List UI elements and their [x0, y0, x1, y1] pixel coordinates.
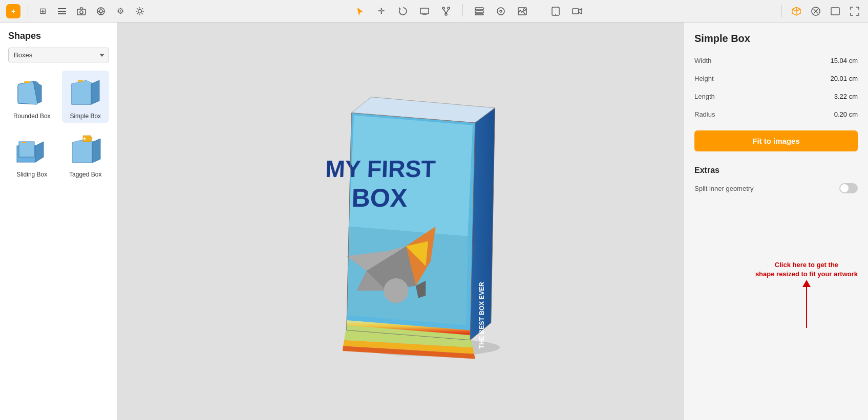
svg-point-23 [442, 7, 444, 9]
split-inner-toggle[interactable] [839, 183, 858, 193]
camera-icon[interactable] [74, 4, 89, 18]
svg-point-4 [80, 11, 83, 14]
grid-icon[interactable]: ⊞ [35, 4, 50, 18]
prop-row-height: Height 20.01 cm [694, 73, 858, 84]
menu-icon[interactable] [55, 4, 69, 18]
image-tool[interactable] [515, 4, 530, 18]
center-sep-1 [462, 4, 463, 16]
phone-tool[interactable] [548, 4, 563, 18]
svg-rect-36 [573, 9, 579, 14]
prop-label-length: Length [694, 93, 715, 100]
svg-rect-30 [475, 14, 483, 15]
shape-thumb-sliding-box [11, 132, 52, 168]
rotate-tool[interactable] [396, 4, 410, 18]
svg-line-18 [142, 8, 143, 9]
target-icon[interactable] [94, 4, 108, 18]
sidebar-right: Simple Box Width 15.04 cm Height 20.01 c… [684, 23, 868, 420]
svg-rect-42 [24, 81, 30, 83]
callout-text: Click here to get theshape resized to fi… [755, 260, 858, 279]
svg-rect-47 [22, 142, 26, 143]
svg-text:BOX: BOX [351, 184, 408, 212]
box3d-icon[interactable] [789, 4, 803, 18]
svg-line-16 [137, 8, 138, 9]
prop-value-width: 15.04 cm [831, 57, 858, 64]
toolbar: + ⊞ ⚙ ✛ [0, 0, 868, 23]
svg-point-49 [83, 138, 86, 140]
shape-thumb-tagged-box [65, 132, 106, 168]
shape-item-simple-box[interactable]: Simple Box [62, 71, 110, 123]
center-sep-2 [539, 4, 539, 16]
toolbar-center: ✛ [161, 4, 775, 18]
fit-to-images-button[interactable]: Fit to images [694, 130, 858, 151]
select-tool[interactable] [353, 4, 367, 18]
expand-icon[interactable] [848, 4, 862, 18]
right-sep [781, 5, 782, 17]
prop-value-radius: 0.20 cm [834, 110, 858, 118]
settings-icon[interactable]: ⚙ [113, 4, 128, 18]
shapes-grid: Rounded Box Simple Box [8, 71, 109, 181]
video-tool[interactable] [570, 4, 584, 18]
extras-title: Extras [694, 166, 858, 175]
svg-text:MY FIRST: MY FIRST [325, 156, 436, 182]
svg-rect-1 [58, 11, 66, 12]
shape-thumb-rounded-box [11, 74, 52, 109]
svg-rect-44 [78, 80, 83, 82]
canvas-area[interactable]: MY FIRST BOX [118, 23, 684, 420]
shape-label-sliding-box: Sliding Box [16, 171, 47, 178]
shape-item-rounded-box[interactable]: Rounded Box [8, 71, 56, 123]
svg-point-34 [523, 9, 525, 11]
prop-label-height: Height [694, 75, 714, 82]
prop-row-width: Width 15.04 cm [694, 55, 858, 67]
svg-point-32 [500, 10, 502, 12]
shape-label-rounded-box: Rounded Box [13, 113, 51, 120]
svg-point-25 [445, 13, 447, 15]
svg-rect-40 [831, 8, 839, 15]
prop-row-length: Length 3.22 cm [694, 91, 858, 102]
prop-value-length: 3.22 cm [834, 93, 858, 100]
sidebar-title: Shapes [8, 31, 109, 41]
shapes-dropdown[interactable]: Boxes Bags Envelopes Tubes [8, 48, 109, 62]
svg-rect-0 [58, 8, 66, 9]
svg-point-24 [448, 7, 450, 9]
window-icon[interactable] [828, 4, 842, 18]
close3d-icon[interactable] [809, 4, 823, 18]
circle-tool[interactable] [494, 4, 508, 18]
callout-arrow [755, 281, 858, 328]
svg-line-17 [142, 13, 143, 14]
svg-rect-28 [475, 8, 483, 10]
svg-line-19 [137, 13, 138, 14]
toolbar-right [779, 4, 862, 18]
svg-rect-29 [475, 11, 483, 13]
sun-icon[interactable] [133, 4, 147, 18]
box-3d-mockup: MY FIRST BOX [293, 78, 509, 365]
arrow-line [806, 287, 807, 328]
svg-rect-2 [58, 13, 66, 14]
toolbar-left: + ⊞ ⚙ [6, 4, 147, 18]
svg-line-27 [446, 9, 449, 13]
sidebar-left: Shapes Boxes Bags Envelopes Tubes [0, 23, 118, 420]
svg-point-6 [99, 10, 102, 13]
svg-line-26 [443, 9, 446, 13]
svg-rect-46 [19, 142, 34, 157]
move-tool[interactable]: ✛ [374, 4, 389, 18]
shape-item-tagged-box[interactable]: Tagged Box [62, 129, 110, 181]
prop-label-radius: Radius [694, 110, 715, 118]
panel-title: Simple Box [694, 33, 858, 45]
app-logo[interactable]: + [6, 4, 20, 18]
node-tool[interactable] [439, 4, 453, 18]
svg-rect-20 [420, 8, 429, 14]
svg-point-11 [138, 9, 142, 13]
prop-row-radius: Radius 0.20 cm [694, 108, 858, 120]
prop-label-width: Width [694, 57, 711, 64]
arrow-head [802, 280, 811, 287]
stack-tool[interactable] [472, 4, 486, 18]
screen-tool[interactable] [417, 4, 432, 18]
shape-item-sliding-box[interactable]: Sliding Box [8, 129, 56, 181]
svg-point-31 [497, 8, 504, 15]
main-area: Shapes Boxes Bags Envelopes Tubes [0, 23, 868, 420]
callout: Click here to get theshape resized to fi… [755, 260, 858, 328]
extra-row-split: Split inner geometry [694, 181, 858, 195]
shape-thumb-simple-box [65, 74, 106, 109]
svg-text:THE BEST BOX EVER: THE BEST BOX EVER [478, 282, 485, 348]
shape-label-tagged-box: Tagged Box [69, 171, 101, 178]
